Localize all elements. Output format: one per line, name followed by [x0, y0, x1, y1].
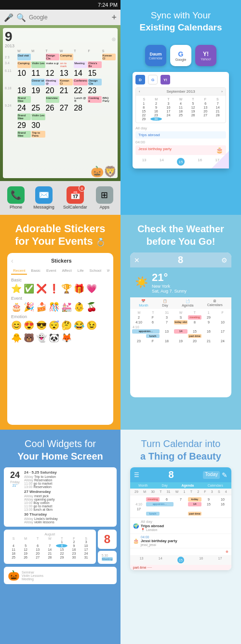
sticker-cake[interactable]: 🎂 [11, 302, 22, 312]
beauty-nav-day[interactable]: Day [161, 484, 167, 487]
phone-dock: 📞 Phone ✉️ Messaging 📅 8 SolCalendar ⊞ A… [0, 181, 120, 215]
status-time: 7:24 PM [98, 2, 118, 8]
sticker-trophy[interactable]: 🏆 [61, 283, 72, 294]
close-x-icon[interactable]: ✕ [134, 256, 140, 264]
widget-day-header: 24 · 5.25 Saturday [24, 470, 113, 475]
weather-nav: 📅Month 📋Day 📄Agenda 🗓Calendars [130, 297, 231, 309]
beauty-panel: ☰ 8 Today ✎ Month Day Agenda Calendars 2… [130, 467, 231, 570]
sticker-party[interactable]: 🎉 [24, 302, 34, 312]
all-day-label: All day [135, 126, 226, 130]
dock-phone[interactable]: 📞 Phone [7, 186, 25, 210]
tab-event[interactable]: Event [44, 267, 58, 275]
sticker-check[interactable]: ✅ [24, 283, 34, 294]
cal-year: 2013 [5, 43, 14, 48]
beauty-menu-icon[interactable]: ☰ [134, 472, 139, 478]
beauty-bottom-event: part-time ····· [130, 565, 231, 570]
sticker-wedding[interactable]: 💒 [61, 302, 72, 312]
sticker-section-basic: Basic [11, 278, 109, 282]
beauty-nav-cals[interactable]: Calendars [208, 484, 223, 487]
dock-phone-label: Phone [10, 205, 22, 210]
tab-life[interactable]: Life [76, 267, 86, 275]
widget-date-num: 8 [102, 532, 113, 546]
cell-phone: 7:24 PM 🎤 🔍 + 9 2013 ◎ WMTWTFS [0, 0, 120, 215]
stickers-title: Adorable Stickers for Your Events 💍 [15, 223, 106, 248]
weather-condition: Sat, Aug 7. Sunny [152, 289, 187, 294]
dock-apps-label: Apps [100, 205, 110, 210]
dock-solcalendar[interactable]: 📅 8 SolCalendar [63, 186, 87, 210]
beauty-allday: All day [141, 519, 164, 524]
tab-recent[interactable]: Recent [11, 267, 27, 275]
sticker-think[interactable]: 🤔 [61, 320, 72, 331]
beauty-trips-title: Trips abroad [141, 524, 164, 528]
weather-nav-agenda[interactable]: 📄Agenda [182, 299, 193, 307]
weather-temp: 21° [152, 271, 187, 284]
sticker-sticker7[interactable]: 🍒 [86, 302, 97, 312]
beauty-title: Turn Calendar into a Thing of Beauty [140, 437, 221, 462]
weather-sun-icon: ☀️ [135, 276, 148, 289]
search-bar[interactable]: 🎤 🔍 + [0, 10, 120, 25]
sync-daum-icon: Daum Calendar [145, 45, 166, 66]
dock-messaging[interactable]: ✉️ Messaging [33, 186, 54, 210]
sticker-row-emotion2: 🐥 🐻 👻 🐼 🦊 [11, 333, 109, 343]
sticker-slice[interactable]: 🍰 [36, 302, 47, 312]
sticker-heart[interactable]: 💗 [86, 283, 97, 294]
widget-agenda2: 🎃 Seminar Violin Lessons Meeting [4, 567, 117, 584]
sticker-ghost[interactable]: 👻 [36, 333, 47, 343]
beauty-edit-icon[interactable]: ✎ [222, 471, 228, 479]
calendar-mockup: D G Y! ‹September 2013› SMTWTFS 1234567 [133, 72, 229, 168]
sticker-laugh[interactable]: 😂 [74, 320, 84, 331]
sticker-smile[interactable]: 😊 [11, 320, 22, 331]
add-icon: + [111, 13, 117, 23]
weather-nav-month[interactable]: 🗓Calendars [207, 299, 223, 307]
main-grid: 7:24 PM 🎤 🔍 + 9 2013 ◎ WMTWTFS [0, 0, 241, 644]
weather-event-appoint: appointm... [132, 329, 160, 334]
sticker-cool[interactable]: 😎 [36, 320, 47, 331]
beauty-nav-month[interactable]: Month [138, 484, 147, 487]
sync-yahoo-icon: Y! Yahoo! [195, 45, 216, 66]
widget-col2: 8 5.30 Meeting [98, 530, 117, 564]
beauty-nav-agenda[interactable]: Agenda [181, 484, 194, 487]
search-input[interactable] [29, 14, 108, 21]
cell-beauty: Turn Calendar into a Thing of Beauty ☰ 8… [120, 430, 241, 644]
dock-apps[interactable]: ⊞ Apps [96, 186, 113, 210]
weather-nav-calendars[interactable]: 📅Month [139, 299, 148, 307]
sticker-chick[interactable]: 🐥 [11, 333, 22, 343]
sticker-section-event: Event [11, 296, 109, 301]
sticker-baby[interactable]: 👶 [74, 302, 84, 312]
sticker-love[interactable]: 😍 [24, 320, 34, 331]
widgets-title: Cool Widgets for Your Home Screen [17, 437, 103, 462]
tab-school[interactable]: School [88, 267, 103, 275]
tab-basic[interactable]: Basic [29, 267, 42, 275]
sticker-x[interactable]: ❌ [36, 283, 47, 294]
event-dad-visit: Dad visit [17, 54, 31, 60]
sticker-fox[interactable]: 🦊 [61, 333, 72, 343]
beauty-edit-btn[interactable]: ⊕ [130, 548, 231, 555]
sticker-panda[interactable]: 🐼 [49, 333, 59, 343]
cell-widgets: Cool Widgets for Your Home Screen 24 Fri… [0, 430, 120, 644]
widget-mini-cal: August SMTWTFS 123 45678910 111213141516… [4, 530, 96, 564]
weather-event-parttime: part-time [188, 334, 201, 338]
weather-event-today: today slot [174, 320, 187, 324]
dock-messaging-label: Messaging [33, 205, 54, 210]
beauty-jessi-sub: jessi_jessi [141, 543, 177, 546]
sticker-wink[interactable]: 😉 [86, 320, 97, 331]
beauty-today-btn[interactable]: Today [203, 471, 220, 479]
sync-google-icon: G Google [170, 45, 191, 66]
cal-date: 9 [5, 30, 14, 43]
widget-row2: August SMTWTFS 123 45678910 111213141516… [4, 530, 117, 564]
beauty-event-jessi: 🎂 04:00 Jessi birthday party jessi_jessi [130, 534, 231, 548]
settings-icon[interactable]: ⚙ [221, 256, 228, 264]
sticker-bear[interactable]: 🐻 [24, 333, 34, 343]
beauty-event-time: 04:00 [141, 535, 177, 539]
sticker-star[interactable]: ⭐ [11, 283, 22, 294]
beauty-event-trips: 🌍 All day Trips abroad 📍 London [130, 518, 231, 534]
tab-work[interactable]: Work [105, 267, 109, 275]
sticker-gift[interactable]: 🎁 [74, 283, 84, 294]
weather-panel: ✕ 8 ⚙ ☀️ 21° New York Sat, Aug 7. Sunny … [130, 252, 231, 397]
sticker-confetti[interactable]: 🎊 [49, 302, 59, 312]
widget-stack: 24 Friday 21° 24 · 5.25 Saturday Allday … [4, 467, 117, 584]
tab-affect[interactable]: Affect [60, 267, 73, 275]
sticker-exclaim[interactable]: ❗ [49, 283, 59, 294]
weather-nav-day[interactable]: 📋Day [162, 299, 168, 307]
sticker-sleep[interactable]: 😴 [49, 320, 59, 331]
